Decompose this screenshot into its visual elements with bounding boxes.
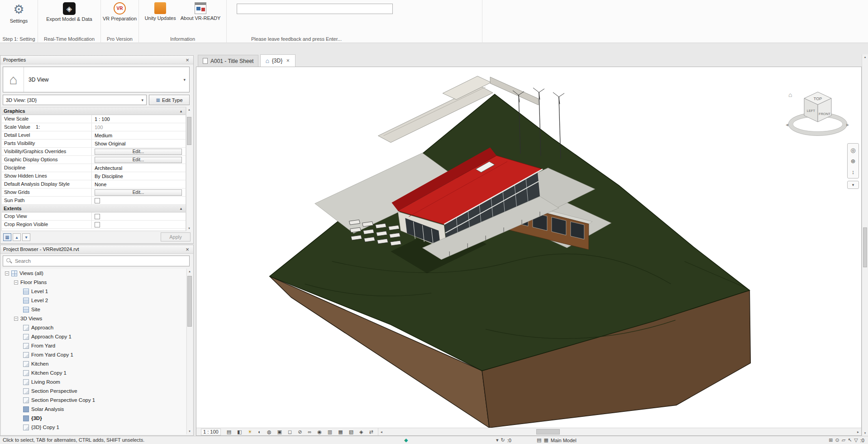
tree-item-3d-views[interactable]: 3D Views [1,314,186,323]
view-tab-3d[interactable]: {3D} [260,54,296,67]
tree-item-site[interactable]: Site [1,305,186,314]
vr-preparation-button[interactable]: VR Preparation [101,0,138,21]
editing-requests-icon[interactable]: ↻ [501,437,505,443]
tree-item-from-yard-copy-1[interactable]: From Yard Copy 1 [1,350,186,359]
section-header-graphics[interactable]: Graphics [2,107,186,115]
apply-button[interactable]: Apply [161,232,191,241]
properties-filter-icon[interactable]: ▦ [3,233,11,241]
tree-item-level-1[interactable]: Level 1 [1,287,186,296]
detail-level-icon[interactable]: ▤ [227,428,231,435]
sort-descending-icon[interactable]: ▾ [22,233,30,241]
tree-item-approach-copy-1[interactable]: Approach Copy 1 [1,332,186,341]
navigation-wheel-icon[interactable]: ◎ [848,145,858,155]
instance-dropdown[interactable]: 3D View: {3D} [3,95,147,105]
collapse-box-icon[interactable] [5,271,9,275]
close-tab-icon[interactable] [285,58,291,63]
scroll-up-icon[interactable] [862,54,868,60]
visual-style-icon[interactable]: ◧ [237,428,242,435]
export-model-button[interactable]: Export Model & Data [45,0,94,22]
properties-scrollbar[interactable] [186,107,192,231]
sun-path-icon[interactable]: ☀ [248,428,252,435]
edit-type-button[interactable]: Edit Type [149,95,190,105]
graphic-display-options-edit-button[interactable]: Edit... [95,157,182,163]
browser-search-box[interactable] [3,256,190,266]
tree-item-floor-plans[interactable]: Floor Plans [1,278,186,287]
status-dropdown-icon[interactable]: ▾ [496,437,499,443]
vertical-scrollbar[interactable] [862,54,868,436]
section-collapse-icon[interactable] [180,207,182,211]
tree-item-living-room[interactable]: Living Room [1,377,186,386]
select-pinned-elements-icon[interactable]: ⊙ [835,437,839,443]
rotate-left-icon[interactable]: ◂ [786,121,788,128]
tree-item-3d-copy-1[interactable]: {3D} Copy 1 [1,423,186,432]
home-icon[interactable]: ⌂ [788,91,792,98]
crop-view-icon[interactable]: ▣ [277,428,282,435]
viewcube[interactable]: ◂ ▸ ⌂ TOP LEFT FRONT [779,82,856,146]
scroll-left-icon[interactable] [378,430,385,434]
property-value[interactable]: None [95,182,106,187]
reveal-constraints-icon[interactable]: ⇄ [369,428,373,435]
view-scale-button[interactable]: 1 : 100 [201,429,221,435]
section-header-extents[interactable]: Extents [2,205,186,212]
pan-icon[interactable]: ↕ [848,166,858,177]
rendering-dialog-icon[interactable]: ◍ [267,428,272,435]
drag-elements-on-selection-icon[interactable]: ↖ [848,437,852,443]
zoom-icon[interactable]: ⊕ [848,155,858,166]
scroll-right-icon[interactable] [855,430,861,434]
scrollbar-thumb[interactable] [536,429,560,434]
show-grids-edit-button[interactable]: Edit... [95,189,182,196]
tree-item-from-yard[interactable]: From Yard [1,341,186,350]
scroll-down-icon[interactable] [186,226,192,231]
visibility-graphics-overrides-edit-button[interactable]: Edit... [95,149,182,155]
sort-ascending-icon[interactable]: ▴ [13,233,21,241]
scroll-down-icon[interactable] [862,430,868,436]
feedback-input[interactable] [237,4,393,14]
settings-button[interactable]: Settings [9,0,29,24]
collapse-box-icon[interactable] [14,280,18,285]
crop-region-icon[interactable]: ◻ [288,428,292,435]
design-options-icon[interactable]: ▦ [544,437,548,443]
properties-title-bar[interactable]: Properties [0,56,193,64]
tree-item-solar-analysis[interactable]: Solar Analysis [1,405,186,414]
crop-region-visible-checkbox[interactable] [95,222,100,227]
select-elements-by-face-icon[interactable]: ▱ [842,437,845,443]
section-collapse-icon[interactable] [180,109,182,113]
rotate-right-icon[interactable]: ▸ [846,121,849,128]
sun-path-checkbox[interactable] [95,198,100,203]
communicator-icon[interactable]: ◆ [404,437,408,443]
project-browser-title-bar[interactable]: Project Browser - VRRevit2024.rvt [0,245,193,254]
scrollbar-track[interactable] [385,428,855,435]
close-icon[interactable] [184,246,191,253]
collapse-box-icon[interactable] [14,317,18,321]
select-links-icon[interactable]: ⊞ [829,437,833,443]
tree-item-3d[interactable]: {3D} [1,414,186,423]
property-value[interactable]: 100 [95,125,103,130]
scrollbar-thumb[interactable] [187,117,191,145]
scroll-up-icon[interactable] [187,269,192,274]
crop-view-checkbox[interactable] [95,214,100,219]
scrollbar-thumb[interactable] [187,276,192,327]
worksharing-display-icon[interactable]: ▥ [328,428,332,435]
search-input[interactable] [15,258,186,264]
chevron-down-icon[interactable] [183,77,186,82]
lock-3d-view-icon[interactable]: ⊘ [298,428,302,435]
displacement-sets-icon[interactable]: ◈ [359,428,363,435]
selection-filter-icon[interactable]: ▽ [854,437,858,443]
drawing-viewport[interactable]: ◂ ▸ ⌂ TOP LEFT FRONT ◎⊕↕ 1 : 100 ▤◧☀◐◍▣◻… [196,67,862,436]
tree-item-section-perspective-copy-1[interactable]: Section Perspective Copy 1 [1,396,186,405]
about-vr-ready-button[interactable]: About VR-READY [179,0,222,21]
property-value[interactable]: 1 : 100 [95,116,110,122]
property-value[interactable]: By Discipline [95,174,123,179]
browser-scrollbar[interactable] [186,269,192,434]
scroll-down-icon[interactable] [187,429,192,434]
property-value[interactable]: Architectural [95,165,122,171]
temporary-hide-isolate-icon[interactable]: ∞ [308,428,311,435]
temporary-view-properties-icon[interactable]: ▦ [338,428,343,435]
scrollbar-thumb[interactable] [863,227,867,267]
tree-item-level-2[interactable]: Level 2 [1,296,186,305]
horizontal-scrollbar[interactable] [378,428,861,435]
view-tab-title-sheet[interactable]: A001 - Title Sheet [198,55,258,67]
type-selector[interactable]: 3D View [3,67,190,92]
property-value[interactable]: Show Original [95,141,125,146]
navbar-expand-button[interactable] [847,181,859,189]
